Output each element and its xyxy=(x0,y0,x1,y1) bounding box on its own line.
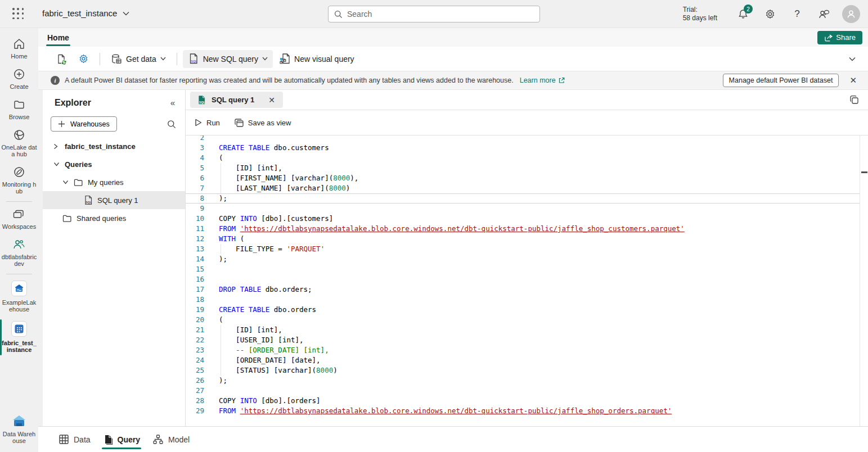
editor-overview-ruler[interactable] xyxy=(860,135,868,426)
get-data-button[interactable]: Get data xyxy=(106,50,171,68)
settings-button[interactable] xyxy=(759,3,781,25)
line-text: CREATE TABLE dbo.customers xyxy=(204,143,329,153)
copy-icon[interactable] xyxy=(847,93,861,107)
sql-code-editor[interactable]: 23CREATE TABLE dbo.customers4(5 [ID] [in… xyxy=(186,135,868,426)
code-line-7[interactable]: 7 [LAST_NAME] [varchar](8000) xyxy=(186,183,860,193)
rail-item-fabric-test-instance[interactable]: fabric_test_instance xyxy=(0,317,38,358)
folder-icon xyxy=(74,178,83,187)
rail-item-label: OneLake data hub xyxy=(1,144,37,157)
view-tab-data[interactable]: Data xyxy=(56,427,93,451)
app-launcher-icon[interactable] xyxy=(12,8,25,20)
notifications-button[interactable]: 2 xyxy=(732,3,754,25)
tree-item-label: fabric_test_instance xyxy=(65,142,136,151)
line-text: [ID] [int], xyxy=(204,325,282,335)
code-line-8[interactable]: 8); xyxy=(186,193,860,204)
line-number: 4 xyxy=(186,153,204,163)
tree-item-fabric-test-instance[interactable]: fabric_test_instance xyxy=(43,137,185,155)
code-line-10[interactable]: 10COPY INTO [dbo].[customers] xyxy=(186,214,860,224)
rail-item-monitoring-hub[interactable]: Monitoring hub xyxy=(0,162,38,199)
code-line-28[interactable]: 28COPY INTO [dbo].[orders] xyxy=(186,396,860,406)
manage-default-dataset-button[interactable]: Manage default Power BI dataset xyxy=(723,74,839,87)
code-line-16[interactable]: 16 xyxy=(186,274,860,284)
query-editor-pane: SQL SQL query 1 ✕ Run Save as view xyxy=(186,90,868,426)
line-text: [FIRST_NAME] [varchar](8000), xyxy=(204,173,358,183)
collapse-panel-icon[interactable]: « xyxy=(167,97,178,109)
rail-item-browse[interactable]: Browse xyxy=(0,94,38,125)
tab-home[interactable]: Home xyxy=(46,30,70,46)
tree-item-my-queries[interactable]: My queries xyxy=(43,173,185,191)
code-line-17[interactable]: 17DROP TABLE dbo.orders; xyxy=(186,284,860,295)
line-number: 11 xyxy=(186,224,204,234)
code-line-2[interactable]: 2 xyxy=(186,135,860,143)
line-text: CREATE TABLE dbo.orders xyxy=(204,305,316,315)
new-sql-query-button[interactable]: SQL New SQL query xyxy=(183,50,273,68)
chevron-down-icon xyxy=(53,162,60,166)
line-number: 2 xyxy=(186,135,204,143)
save-as-view-button[interactable]: Save as view xyxy=(235,119,291,127)
code-line-22[interactable]: 22 [USER_ID] [int], xyxy=(186,335,860,345)
close-tab-icon[interactable]: ✕ xyxy=(267,96,276,105)
code-line-9[interactable]: 9 xyxy=(186,204,860,214)
code-line-6[interactable]: 6 [FIRST_NAME] [varchar](8000), xyxy=(186,173,860,183)
account-avatar[interactable] xyxy=(842,5,860,23)
code-line-5[interactable]: 5 [ID] [int], xyxy=(186,163,860,173)
code-line-26[interactable]: 26); xyxy=(186,376,860,386)
chevron-right-icon xyxy=(53,143,58,150)
code-line-23[interactable]: 23 -- [ORDER_DATE] [int], xyxy=(186,345,860,355)
code-line-24[interactable]: 24 [ORDER_DATE] [date], xyxy=(186,355,860,365)
document-refresh-icon xyxy=(56,53,67,65)
rail-item-home[interactable]: Home xyxy=(0,34,38,64)
add-warehouses-button[interactable]: Warehouses xyxy=(51,116,117,132)
code-line-11[interactable]: 11FROM 'https://dbtlabsynapsedatalake.bl… xyxy=(186,224,860,234)
warehouse-icon xyxy=(14,323,25,335)
run-button[interactable]: Run xyxy=(195,119,220,127)
new-visual-query-button[interactable]: New visual query xyxy=(274,50,359,68)
code-line-27[interactable]: 27 xyxy=(186,386,860,396)
line-number: 23 xyxy=(186,345,204,355)
rail-item-workspaces[interactable]: Workspaces xyxy=(0,204,38,234)
line-text: [ID] [int], xyxy=(204,163,282,173)
code-line-18[interactable]: 18 xyxy=(186,295,860,305)
view-tab-label: Data xyxy=(74,435,91,444)
learn-more-link[interactable]: Learn more xyxy=(520,76,565,84)
code-line-13[interactable]: 13 FILE_TYPE = 'PARQUET' xyxy=(186,244,860,254)
share-button[interactable]: Share xyxy=(817,31,862,44)
code-line-15[interactable]: 15 xyxy=(186,264,860,274)
help-button[interactable]: ? xyxy=(786,3,808,25)
line-text xyxy=(204,295,219,305)
code-line-19[interactable]: 19CREATE TABLE dbo.orders xyxy=(186,305,860,315)
tree-item-sql-query-1[interactable]: SQLSQL query 1 xyxy=(43,191,185,209)
tree-item-queries[interactable]: Queries xyxy=(43,155,185,173)
workspace-title-dropdown[interactable]: fabric_test_instance xyxy=(42,8,129,18)
explorer-title: Explorer xyxy=(55,98,91,108)
line-text xyxy=(204,135,219,143)
rail-item-onelake-data-hub[interactable]: OneLake data hub xyxy=(0,125,38,162)
code-line-21[interactable]: 21 [ID] [int], xyxy=(186,325,860,335)
code-line-12[interactable]: 12WITH ( xyxy=(186,234,860,244)
toolbar-expand-button[interactable] xyxy=(843,53,861,65)
rail-item-dbtlabsfabricdev[interactable]: dbtlabsfabricdev xyxy=(0,234,38,272)
rail-item-data-warehouse[interactable]: Data Warehouse xyxy=(0,410,38,449)
code-line-4[interactable]: 4( xyxy=(186,153,860,163)
search-input[interactable]: Search xyxy=(328,6,540,22)
banner-close-icon[interactable]: ✕ xyxy=(844,73,862,88)
warehouse-settings-button[interactable] xyxy=(73,50,94,68)
rail-item-examplelakehouse[interactable]: ExampleLakehouse xyxy=(0,277,38,317)
rail-item-create[interactable]: Create xyxy=(0,64,38,94)
feedback-button[interactable] xyxy=(813,3,835,25)
sql-file-icon: SQL xyxy=(197,95,206,105)
explorer-search-icon[interactable] xyxy=(165,119,178,130)
code-line-14[interactable]: 14); xyxy=(186,254,860,264)
code-line-29[interactable]: 29FROM 'https://dbtlabsynapsedatalake.bl… xyxy=(186,406,860,416)
tree-item-shared-queries[interactable]: Shared queries xyxy=(43,209,185,227)
code-line-25[interactable]: 25 [STATUS] [varchar](8000) xyxy=(186,365,860,376)
code-line-3[interactable]: 3CREATE TABLE dbo.customers xyxy=(186,143,860,153)
svg-text:SQL: SQL xyxy=(86,201,92,204)
monitoring-icon xyxy=(13,166,25,178)
view-tab-model[interactable]: Model xyxy=(150,427,192,451)
code-line-20[interactable]: 20( xyxy=(186,315,860,325)
view-tab-query[interactable]: Query xyxy=(101,427,142,451)
tab-sql-query-1[interactable]: SQL SQL query 1 ✕ xyxy=(190,92,283,108)
refresh-source-button[interactable] xyxy=(51,50,72,68)
explorer-tree: fabric_test_instanceQueriesMy queriesSQL… xyxy=(43,137,185,227)
